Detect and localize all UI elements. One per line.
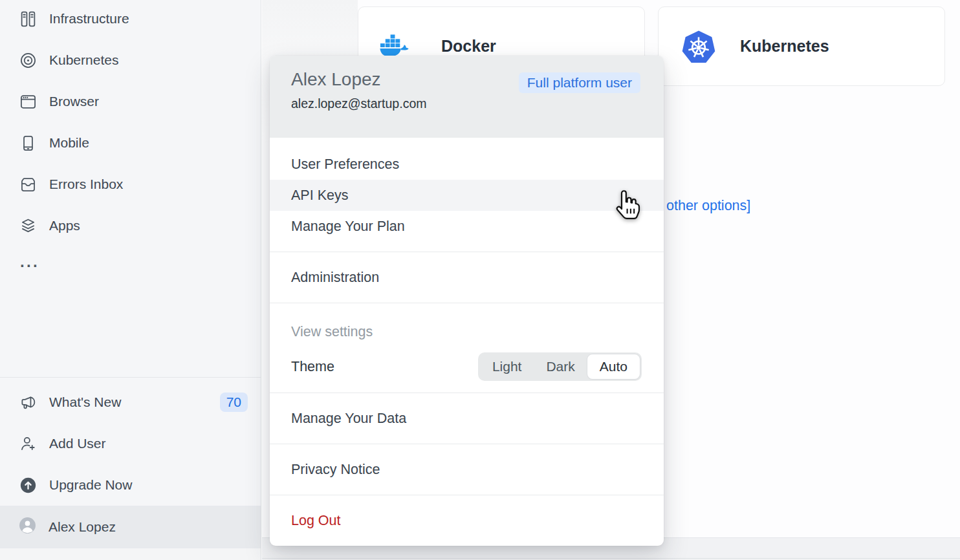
sidebar-label: Upgrade Now xyxy=(49,477,132,493)
ellipsis-icon: ··· xyxy=(20,258,39,274)
sidebar-item-browser[interactable]: Browser xyxy=(0,81,261,122)
card-kubernetes[interactable]: Kubernetes xyxy=(658,6,945,86)
mobile-phone-icon xyxy=(19,134,37,152)
menu-item-user-preferences[interactable]: User Preferences xyxy=(270,149,664,180)
hand-pointer-cursor xyxy=(613,189,644,221)
sidebar-label: Alex Lopez xyxy=(49,519,116,535)
docker-logo-icon xyxy=(379,34,409,59)
sidebar-item-errors-inbox[interactable]: Errors Inbox xyxy=(0,164,261,205)
menu-item-privacy-notice[interactable]: Privacy Notice xyxy=(270,454,664,485)
sidebar-label: Add User xyxy=(49,436,106,451)
menu-group-admin: Administration xyxy=(270,252,664,303)
sidebar-label: Errors Inbox xyxy=(49,177,123,192)
theme-option-auto[interactable]: Auto xyxy=(587,354,640,379)
sidebar-item-current-user[interactable]: Alex Lopez xyxy=(0,506,261,548)
megaphone-icon xyxy=(19,393,37,411)
apps-layers-icon xyxy=(19,217,37,235)
menu-group-view-settings: View settings Theme Light Dark Auto xyxy=(270,303,664,393)
sidebar-label: Browser xyxy=(49,94,99,109)
menu-group-data: Manage Your Data xyxy=(270,393,664,444)
theme-option-dark[interactable]: Dark xyxy=(534,354,587,379)
sidebar-label: What's New xyxy=(49,394,121,410)
menu-item-administration[interactable]: Administration xyxy=(270,262,664,293)
sidebar-item-upgrade-now[interactable]: Upgrade Now xyxy=(0,464,261,506)
sidebar-item-kubernetes[interactable]: Kubernetes xyxy=(0,39,261,81)
other-options-link[interactable]: other options] xyxy=(666,198,750,214)
sidebar-label: Kubernetes xyxy=(49,52,118,68)
infrastructure-icon xyxy=(19,10,37,28)
theme-option-light[interactable]: Light xyxy=(480,354,534,379)
sidebar-bottom-section: What's New 70 Add User Upgrade Now Alex … xyxy=(0,377,261,560)
kubernetes-target-icon xyxy=(19,51,37,69)
theme-label: Theme xyxy=(291,359,334,375)
theme-row: Theme Light Dark Auto xyxy=(270,351,664,382)
card-kubernetes-label: Kubernetes xyxy=(740,37,829,56)
user-email: alez.lopez@startup.com xyxy=(291,96,664,111)
menu-group-logout: Log Out xyxy=(270,495,664,546)
menu-group-account: User Preferences API Keys Manage Your Pl… xyxy=(270,138,664,252)
menu-item-log-out[interactable]: Log Out xyxy=(270,505,664,536)
menu-item-manage-your-data[interactable]: Manage Your Data xyxy=(270,403,664,434)
sidebar-footer-strip xyxy=(0,548,261,560)
user-role-badge: Full platform user xyxy=(519,72,640,93)
browser-window-icon xyxy=(19,92,37,111)
sidebar-item-mobile[interactable]: Mobile xyxy=(0,122,261,164)
errors-inbox-tray-icon xyxy=(19,175,37,193)
sidebar-label: Apps xyxy=(49,218,80,233)
sidebar-item-apps[interactable]: Apps xyxy=(0,205,261,246)
sidebar-more-button[interactable]: ··· xyxy=(0,246,261,285)
sidebar-item-add-user[interactable]: Add User xyxy=(0,423,261,464)
sidebar-item-infrastructure[interactable]: Infrastructure xyxy=(0,0,261,39)
view-settings-label: View settings xyxy=(270,320,664,343)
kubernetes-logo-icon xyxy=(682,30,715,63)
user-menu-header: Alex Lopez alez.lopez@startup.com Full p… xyxy=(270,56,664,138)
card-docker-label: Docker xyxy=(441,37,496,56)
menu-item-api-keys[interactable]: API Keys xyxy=(270,180,664,211)
add-user-icon xyxy=(19,435,37,453)
sidebar-item-whats-new[interactable]: What's New 70 xyxy=(0,382,261,423)
menu-item-manage-your-plan[interactable]: Manage Your Plan xyxy=(270,211,664,242)
sidebar: Infrastructure Kubernetes Browser Mobile… xyxy=(0,0,261,560)
theme-toggle: Light Dark Auto xyxy=(478,352,642,381)
upgrade-arrow-icon xyxy=(19,476,37,494)
sidebar-label: Infrastructure xyxy=(49,11,129,27)
user-avatar xyxy=(19,517,36,537)
user-account-menu: Alex Lopez alez.lopez@startup.com Full p… xyxy=(270,56,664,546)
menu-group-privacy: Privacy Notice xyxy=(270,444,664,495)
whats-new-count-badge: 70 xyxy=(220,393,248,412)
sidebar-label: Mobile xyxy=(49,135,89,151)
